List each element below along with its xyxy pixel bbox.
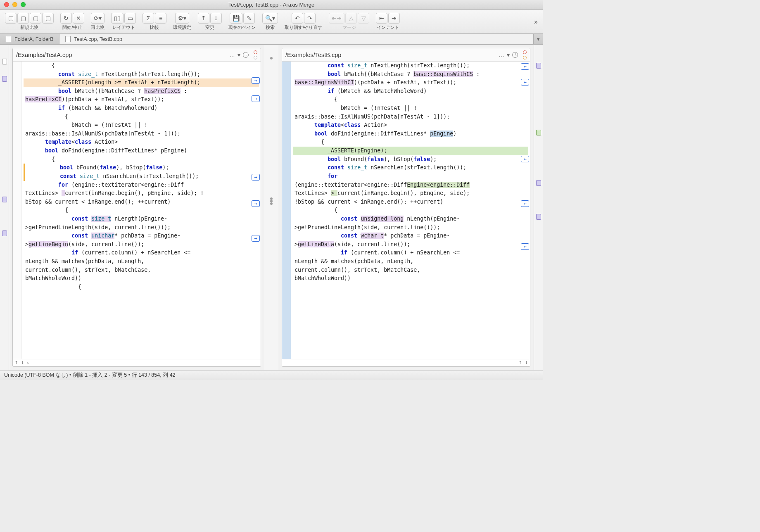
tab-overflow-button[interactable]: ▾ [534, 34, 543, 44]
path-more-icon[interactable]: … [229, 52, 235, 58]
code-line: araxis::base::IsAlNumUS(pchData[nTestAt … [293, 113, 528, 121]
merge-left-button[interactable]: ⇤⇥ [329, 13, 344, 24]
overview-marker[interactable] [536, 214, 541, 220]
scroll-top-icon[interactable]: ⤒ [518, 360, 522, 366]
path-dropdown-icon[interactable]: ▾ [507, 52, 510, 58]
overview-marker[interactable] [2, 59, 7, 64]
recompare-button[interactable]: ⟳▾ [91, 13, 104, 24]
path-dropdown-icon[interactable]: ▾ [238, 52, 240, 58]
new-text-compare-button[interactable]: ▢ [5, 13, 17, 24]
code-line: nLength && matches(pchData, nLength, [293, 257, 528, 266]
start-button[interactable]: ↻ [60, 13, 72, 24]
code-line: if (bMatch && bMatchWholeWord) [24, 104, 259, 113]
push-right-button[interactable]: → [252, 235, 260, 242]
new-image-compare-button[interactable]: ▢ [30, 13, 41, 24]
new-folder-compare-button[interactable]: ▢ [17, 13, 29, 24]
right-overview-gutter[interactable] [534, 45, 543, 370]
right-change-gutter [282, 62, 291, 359]
push-left-button[interactable]: ← [521, 200, 529, 207]
history-icon[interactable] [243, 52, 249, 58]
code-line-changed: >getPrunedLineLength(side, current.line(… [24, 223, 259, 232]
left-code-area[interactable]: { const size_t nTextLength(strText.lengt… [22, 62, 261, 359]
code-line-changed: const unichar* pchData = pEngine- [24, 232, 259, 240]
code-line: const size_t nSearchLen(strText.length()… [24, 172, 259, 181]
tool-label: 現在のペイン [228, 24, 256, 31]
link-dot-icon [270, 202, 273, 205]
tool-label: 変更 [205, 24, 214, 31]
code-line: current.column(), strText, bMatchCase, [293, 266, 528, 275]
push-right-button[interactable]: → [252, 174, 260, 180]
status-text: Unicode (UTF-8 BOM なし) • 削除 1 - 挿入 2 - 変… [4, 372, 176, 379]
push-left-button[interactable]: ← [521, 156, 529, 162]
link-dot-icon [270, 57, 273, 59]
tool-label: 新規比較 [20, 24, 38, 31]
path-more-icon[interactable]: … [499, 52, 504, 58]
code-line-changed: base::BeginsWithCI)(pchData + nTestAt, s… [293, 78, 528, 87]
code-line: if (current.column() + nSearchLen <= [293, 249, 528, 257]
push-right-button[interactable]: → [252, 77, 260, 84]
code-line: current.column(), strText, bMatchCase, [24, 266, 259, 275]
new-binary-compare-button[interactable]: ▢ [42, 13, 54, 24]
push-right-button[interactable]: → [252, 200, 260, 207]
expand-icon[interactable]: ▹ [27, 360, 29, 366]
code-line-changed: >getPrunedLineLength(side, current.line(… [293, 223, 528, 232]
merge-up-button[interactable]: △ [345, 13, 357, 24]
tool-group-change: ⤒ ⤓ 変更 [195, 13, 224, 31]
tool-label: 開始/中止 [62, 24, 82, 31]
minimize-window-icon[interactable] [12, 2, 17, 7]
code-line: bMatch = (!nTestAt || ! [293, 104, 528, 113]
indent-button[interactable]: ⇥ [388, 13, 400, 24]
code-line: bMatchWholeWord)) [24, 274, 259, 283]
left-overview-gutter[interactable] [0, 45, 9, 370]
stop-button[interactable]: ✕ [73, 13, 84, 24]
layout-vert-button[interactable]: ▭ [124, 13, 136, 24]
right-code-view[interactable]: const size_t nTextLength(strText.length(… [282, 62, 530, 359]
code-line: { [24, 62, 259, 70]
search-button[interactable]: 🔍▾ [262, 13, 278, 24]
merge-down-button[interactable]: ▽ [358, 13, 369, 24]
tool-group-startstop: ↻ ✕ 開始/中止 [58, 13, 87, 31]
push-left-button[interactable]: ← [521, 79, 529, 86]
code-line: { [24, 113, 259, 121]
code-line: const size_t nSearchLen(strText.length()… [293, 164, 528, 172]
overview-marker[interactable] [536, 180, 541, 186]
push-left-button[interactable]: ← [521, 63, 529, 70]
tab-folder-compare[interactable]: FolderA, FolderB [0, 34, 59, 44]
outdent-button[interactable]: ⇤ [376, 13, 387, 24]
prev-change-button[interactable]: ⤒ [198, 13, 209, 24]
scroll-top-icon[interactable]: ⤒ [14, 360, 18, 366]
prefs-button[interactable]: ⚙▾ [175, 13, 189, 24]
close-window-icon[interactable] [4, 2, 9, 7]
save-button[interactable]: 💾 [230, 13, 242, 24]
overview-marker[interactable] [536, 63, 541, 69]
window-controls [4, 2, 26, 7]
overview-marker[interactable] [2, 230, 7, 236]
zoom-window-icon[interactable] [21, 2, 26, 7]
tool-label: 取り消す/やり直す [285, 24, 322, 31]
undo-button[interactable]: ↶ [292, 13, 303, 24]
scroll-bottom-icon[interactable]: ⤓ [21, 360, 24, 366]
edit-button[interactable]: ✎ [243, 13, 255, 24]
redo-button[interactable]: ↷ [304, 13, 316, 24]
code-line: araxis::base::IsAlNumUS(pchData[nTestAt … [24, 130, 259, 138]
next-change-button[interactable]: ⤓ [210, 13, 222, 24]
overview-marker[interactable] [2, 76, 7, 82]
left-code-view[interactable]: { const size_t nTextLength(strText.lengt… [13, 62, 261, 359]
compare-list-button[interactable]: ≡ [155, 13, 166, 24]
overview-marker[interactable] [2, 197, 7, 202]
code-line-changed: TextLines> current(inRange.begin(), pEng… [24, 189, 259, 198]
scroll-bottom-icon[interactable]: ⤓ [525, 360, 528, 366]
code-line: { [293, 138, 528, 147]
tab-file-compare[interactable]: TestA.cpp, TestB.cpp [59, 34, 534, 44]
layout-horiz-button[interactable]: ▯▯ [111, 13, 124, 24]
compare-sigma-button[interactable]: Σ [142, 13, 154, 24]
right-code-area[interactable]: const size_t nTextLength(strText.length(… [291, 62, 530, 359]
toolbar-overflow-button[interactable]: » [532, 18, 540, 26]
push-left-button[interactable]: ← [521, 243, 529, 250]
edit-indicator-icon [523, 56, 527, 59]
history-icon[interactable] [512, 52, 518, 58]
edit-indicator-icon [254, 50, 257, 54]
push-right-button[interactable]: → [252, 95, 260, 102]
left-file-path: /Examples/TestA.cpp [16, 52, 72, 58]
overview-marker[interactable] [536, 130, 541, 135]
